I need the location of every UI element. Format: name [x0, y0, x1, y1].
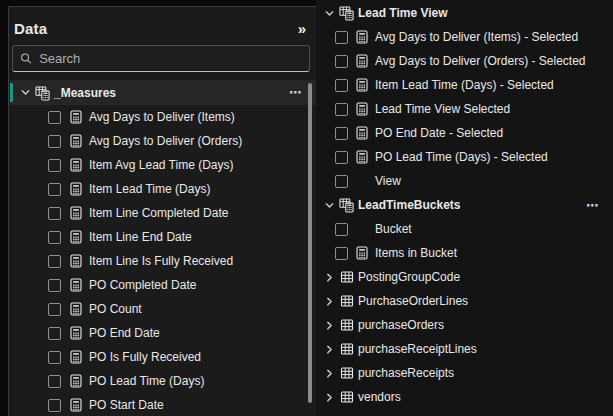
group-row-lead-time-view[interactable]: Lead Time View [318, 1, 613, 25]
field-row[interactable]: Item Line Completed Date [9, 201, 316, 225]
table-label: PurchaseOrderLines [358, 294, 468, 308]
measure-icon [68, 182, 83, 196]
field-checkbox[interactable] [48, 255, 61, 268]
table-row[interactable]: PurchaseOrderLines [318, 289, 613, 313]
field-checkbox[interactable] [48, 303, 61, 316]
field-checkbox[interactable] [48, 399, 61, 412]
chevron-down-icon[interactable] [324, 8, 335, 19]
data-pane-tree: _Measures ⋯ Avg Days to Deliver (Items) … [9, 80, 316, 416]
field-row[interactable]: Bucket [318, 217, 613, 241]
table-row[interactable]: purchaseReceipts [318, 361, 613, 385]
field-row[interactable]: PO End Date - Selected [318, 121, 613, 145]
field-row[interactable]: Item Lead Time (Days) - Selected [318, 73, 613, 97]
field-checkbox[interactable] [335, 175, 348, 188]
field-row[interactable]: Avg Days to Deliver (Items) [9, 105, 316, 129]
field-checkbox[interactable] [48, 159, 61, 172]
field-label: Item Avg Lead Time (Days) [89, 158, 234, 172]
field-checkbox[interactable] [335, 127, 348, 140]
field-checkbox[interactable] [335, 55, 348, 68]
field-label: Item Line Is Fully Received [89, 254, 233, 268]
table-measure-icon [339, 5, 354, 21]
table-icon [339, 390, 354, 404]
field-row[interactable]: PO End Date [9, 321, 316, 345]
chevron-right-icon[interactable] [324, 368, 335, 379]
field-row[interactable]: PO Lead Time (Days) - Selected [318, 145, 613, 169]
field-checkbox[interactable] [335, 103, 348, 116]
field-row[interactable]: Item Avg Lead Time (Days) [9, 153, 316, 177]
selection-accent-bar [10, 83, 13, 102]
field-row[interactable]: Avg Days to Deliver (Orders) [9, 129, 316, 153]
field-label: PO Lead Time (Days) - Selected [375, 150, 548, 164]
field-row[interactable]: Items in Bucket [318, 241, 613, 265]
field-row[interactable]: Item Line End Date [9, 225, 316, 249]
field-row[interactable]: Lead Time View Selected [318, 97, 613, 121]
measure-icon [68, 158, 83, 172]
table-label: purchaseOrders [358, 318, 444, 332]
measure-icon [68, 350, 83, 364]
chevron-down-icon[interactable] [324, 200, 335, 211]
chevron-right-icon[interactable] [324, 296, 335, 307]
more-options-icon[interactable]: ⋯ [586, 199, 613, 212]
field-label: Item Lead Time (Days) [89, 182, 210, 196]
table-row[interactable]: purchaseReceiptLines [318, 337, 613, 361]
group-label: Lead Time View [358, 6, 448, 20]
field-checkbox[interactable] [48, 231, 61, 244]
field-label: PO Is Fully Received [89, 350, 201, 364]
data-pane: Data » _Measures ⋯ Avg Days to Deliver (… [8, 6, 316, 416]
field-label: Avg Days to Deliver (Orders) [89, 134, 242, 148]
chevron-right-icon[interactable] [324, 344, 335, 355]
measure-icon [68, 206, 83, 220]
chevron-down-icon[interactable] [20, 87, 31, 98]
measure-icon [68, 398, 83, 412]
field-checkbox[interactable] [48, 351, 61, 364]
field-label: Avg Days to Deliver (Orders) - Selected [375, 54, 586, 68]
field-checkbox[interactable] [48, 111, 61, 124]
search-input[interactable] [39, 51, 302, 66]
field-checkbox[interactable] [48, 375, 61, 388]
table-label: purchaseReceiptLines [358, 342, 477, 356]
chevron-right-icon[interactable] [324, 272, 335, 283]
chevron-right-icon[interactable] [324, 392, 335, 403]
field-checkbox[interactable] [335, 31, 348, 44]
table-label: vendors [358, 390, 401, 404]
search-box[interactable] [12, 45, 310, 72]
field-checkbox[interactable] [335, 247, 348, 260]
table-row[interactable]: vendors [318, 385, 613, 409]
field-row[interactable]: Avg Days to Deliver (Orders) - Selected [318, 49, 613, 73]
field-checkbox[interactable] [335, 79, 348, 92]
table-row[interactable]: purchaseOrders [318, 313, 613, 337]
field-label: Item Line Completed Date [89, 206, 228, 220]
field-checkbox[interactable] [335, 223, 348, 236]
measure-icon [68, 374, 83, 388]
field-row[interactable]: PO Start Date [9, 393, 316, 416]
group-row-leadtimebuckets[interactable]: LeadTimeBuckets ⋯ [318, 193, 613, 217]
field-checkbox[interactable] [48, 279, 61, 292]
field-checkbox[interactable] [335, 151, 348, 164]
field-checkbox[interactable] [48, 327, 61, 340]
field-row[interactable]: PO Count [9, 297, 316, 321]
field-checkbox[interactable] [48, 207, 61, 220]
field-label: PO Count [89, 302, 142, 316]
table-icon [339, 270, 354, 284]
measure-icon [354, 78, 369, 92]
measure-icon [354, 246, 369, 260]
chevron-right-icon[interactable] [324, 320, 335, 331]
measure-icon [68, 134, 83, 148]
field-row[interactable]: PO Lead Time (Days) [9, 369, 316, 393]
group-row-measures[interactable]: _Measures ⋯ [9, 80, 316, 105]
collapse-pane-icon[interactable]: » [298, 21, 306, 36]
field-checkbox[interactable] [48, 135, 61, 148]
field-row[interactable]: PO Completed Date [9, 273, 316, 297]
measure-icon [354, 102, 369, 116]
measure-icon [354, 150, 369, 164]
field-row[interactable]: View [318, 169, 613, 193]
vertical-scrollbar[interactable] [308, 83, 312, 403]
field-row[interactable]: Avg Days to Deliver (Items) - Selected [318, 25, 613, 49]
table-icon [339, 294, 354, 308]
field-checkbox[interactable] [48, 183, 61, 196]
table-row[interactable]: PostingGroupCode [318, 265, 613, 289]
field-row[interactable]: Item Line Is Fully Received [9, 249, 316, 273]
field-row[interactable]: Item Lead Time (Days) [9, 177, 316, 201]
field-row[interactable]: PO Is Fully Received [9, 345, 316, 369]
table-icon [339, 342, 354, 356]
